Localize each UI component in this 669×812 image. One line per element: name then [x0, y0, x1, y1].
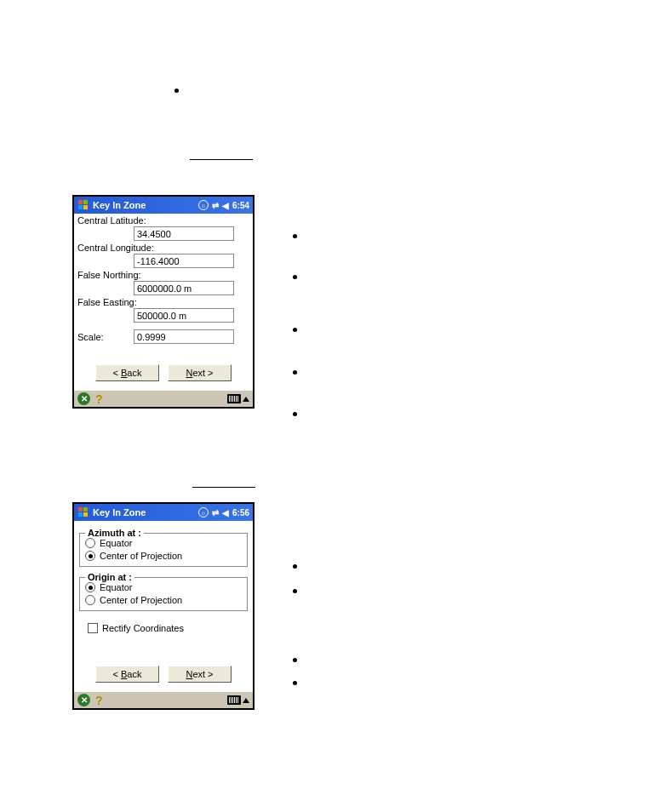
radio-label: Equator — [100, 582, 133, 592]
checkbox-label: Rectify Coordinates — [102, 623, 184, 633]
titlebar: Key In Zone ☼ ⇄ ◀ 6:56 — [74, 504, 253, 521]
speaker-icon[interactable]: ◀ — [222, 508, 229, 518]
doc-rule-2 — [192, 487, 255, 488]
origin-equator-radio[interactable]: Equator — [85, 582, 242, 592]
doc-bullet-side — [293, 370, 297, 375]
doc-bullet-side — [293, 275, 297, 279]
central-latitude-input[interactable] — [134, 226, 234, 241]
azimuth-equator-radio[interactable]: Equator — [85, 538, 242, 548]
checkbox-icon — [88, 623, 98, 633]
false-northing-input[interactable] — [134, 281, 234, 295]
next-button[interactable]: Next > — [168, 364, 232, 381]
form-content: Azimuth at : Equator Center of Projectio… — [74, 521, 253, 691]
speaker-icon[interactable]: ◀ — [222, 201, 229, 210]
tray: ☼ ⇄ ◀ 6:54 — [198, 200, 249, 210]
doc-bullet-side — [293, 681, 297, 685]
radio-icon — [85, 538, 95, 548]
tray: ☼ ⇄ ◀ 6:56 — [198, 507, 249, 518]
status-icon[interactable]: ☼ — [198, 200, 209, 210]
window-title: Key In Zone — [93, 200, 198, 210]
device-keyinzone-azimuth: Key In Zone ☼ ⇄ ◀ 6:56 Azimuth at : Equa… — [72, 502, 254, 710]
scale-input[interactable] — [134, 329, 234, 344]
device-keyinzone-params: Key In Zone ☼ ⇄ ◀ 6:54 Central Latitude:… — [72, 195, 254, 409]
doc-bullet-side — [293, 658, 297, 662]
back-button[interactable]: < Back — [95, 364, 159, 381]
azimuth-group: Azimuth at : Equator Center of Projectio… — [79, 533, 248, 567]
central-longitude-input[interactable] — [134, 254, 234, 268]
false-easting-input[interactable] — [134, 308, 234, 323]
origin-center-radio[interactable]: Center of Projection — [85, 595, 242, 605]
help-icon[interactable]: ? — [95, 392, 103, 406]
origin-group-title: Origin at : — [85, 572, 134, 582]
radio-icon — [85, 551, 95, 561]
help-icon[interactable]: ? — [95, 694, 103, 707]
false-easting-label: False Easting: — [76, 297, 251, 307]
titlebar: Key In Zone ☼ ⇄ ◀ 6:54 — [74, 197, 253, 214]
clock[interactable]: 6:54 — [232, 201, 249, 210]
connectivity-icon[interactable]: ⇄ — [212, 508, 219, 518]
next-button[interactable]: Next > — [168, 666, 232, 683]
keyboard-icon[interactable] — [227, 695, 241, 705]
doc-bullet-side — [293, 234, 297, 238]
rectify-checkbox[interactable]: Rectify Coordinates — [88, 623, 251, 633]
close-icon[interactable]: ✕ — [77, 392, 90, 405]
close-icon[interactable]: ✕ — [77, 694, 90, 706]
doc-bullet-top — [174, 89, 179, 93]
start-icon[interactable] — [77, 199, 89, 211]
doc-bullet-side — [293, 328, 297, 332]
doc-bullet-side — [293, 589, 297, 593]
form-content: Central Latitude: Central Longitude: Fal… — [74, 214, 253, 390]
keyboard-icon[interactable] — [227, 394, 241, 403]
azimuth-group-title: Azimuth at : — [85, 528, 144, 538]
radio-icon — [85, 595, 95, 605]
status-icon[interactable]: ☼ — [198, 507, 209, 518]
azimuth-center-radio[interactable]: Center of Projection — [85, 551, 242, 561]
start-icon[interactable] — [77, 506, 89, 518]
back-button[interactable]: < Back — [95, 666, 159, 683]
radio-label: Equator — [100, 538, 133, 548]
doc-bullet-side — [293, 412, 297, 416]
radio-icon — [85, 582, 95, 592]
doc-bullet-side — [293, 564, 297, 569]
central-latitude-label: Central Latitude: — [76, 215, 251, 226]
false-northing-label: False Northing: — [76, 270, 251, 280]
doc-rule-1 — [190, 159, 253, 160]
connectivity-icon[interactable]: ⇄ — [212, 201, 219, 210]
central-longitude-label: Central Longitude: — [76, 243, 251, 253]
origin-group: Origin at : Equator Center of Projection — [79, 577, 248, 611]
taskbar: ✕ ? — [74, 691, 253, 708]
clock[interactable]: 6:56 — [232, 508, 249, 518]
taskbar: ✕ ? — [74, 390, 253, 407]
up-arrow-icon[interactable] — [243, 698, 249, 703]
radio-label: Center of Projection — [100, 595, 182, 605]
window-title: Key In Zone — [93, 507, 198, 518]
radio-label: Center of Projection — [100, 551, 182, 561]
scale-label: Scale: — [76, 332, 134, 342]
up-arrow-icon[interactable] — [243, 397, 249, 402]
